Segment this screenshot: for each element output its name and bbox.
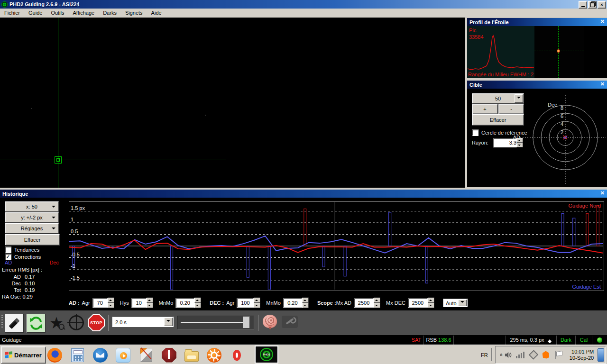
start-guiding-button[interactable] — [67, 314, 85, 332]
window-titlebar[interactable]: PHD2 Guiding 2.6.9 - ASI224 × — [0, 0, 607, 9]
menu-item-fichier[interactable]: Fichier — [0, 9, 24, 18]
guide-star-image — [557, 49, 560, 53]
menu-item-guide[interactable]: Guide — [24, 9, 46, 18]
close-icon[interactable]: ✕ — [600, 18, 605, 25]
settings-icon[interactable] — [207, 348, 221, 363]
antivirus-icon[interactable] — [162, 348, 176, 363]
ra-osc-readout: RA Osc: 0.29 — [2, 294, 33, 300]
agr-label: Agr — [82, 300, 90, 306]
chevron-down-icon[interactable] — [458, 300, 467, 306]
star-profile-title: Profil de l'Étoile — [469, 19, 509, 25]
stop-sign-icon: STOP — [88, 314, 105, 331]
svg-text:8: 8 — [561, 105, 563, 111]
ra-minmove-stepper[interactable]: 0.20 — [175, 298, 200, 308]
window-title: PHD2 Guiding 2.6.9 - ASI224 — [9, 1, 80, 7]
quick-launch-bar — [47, 346, 244, 364]
media-player-icon[interactable] — [116, 348, 130, 363]
x-scale-select[interactable]: x: 50 — [5, 201, 59, 212]
target-bullseye-plot: 2468DecAD — [467, 89, 607, 187]
start-button[interactable]: Démarrer — [1, 346, 46, 364]
connect-equipment-button[interactable] — [5, 314, 24, 333]
camera-connect-icon — [9, 318, 19, 328]
ad-group-label: AD : — [69, 300, 80, 306]
antivirus-tray-icon[interactable] — [543, 351, 550, 359]
svg-text:2: 2 — [561, 129, 563, 135]
taskbar-item-phd2[interactable]: PHD2 — [255, 346, 278, 364]
guiding-graph-canvas — [69, 202, 603, 290]
close-icon[interactable]: ✕ — [600, 81, 605, 87]
dark-indicator: Dark — [556, 336, 575, 345]
ra-aggression-stepper[interactable]: 70 — [92, 298, 113, 308]
menu-item-darks[interactable]: Darks — [99, 9, 121, 18]
star-profile-panel: Profil de l'Étoile ✕ Pic33584 Rangée du … — [467, 18, 607, 78]
phd2-app-icon — [1, 1, 8, 8]
gamma-slider[interactable] — [177, 316, 254, 329]
scope-group-label: Scope : — [317, 300, 336, 306]
auto-select-star-button[interactable]: ★ — [47, 314, 65, 332]
thunderbird-icon[interactable] — [93, 348, 108, 363]
ra-hysteresis-stepper[interactable]: 10 — [131, 298, 152, 308]
dec-minmove-stepper[interactable]: 0.20 — [283, 298, 308, 308]
settings-select[interactable]: Réglages — [5, 223, 59, 234]
slider-thumb[interactable] — [243, 317, 250, 328]
history-clear-button[interactable]: Effacer — [5, 234, 60, 246]
pulse-readout: 295 ms, 0.3 px — [506, 336, 556, 345]
minimize-button[interactable] — [579, 1, 587, 9]
imaging-icon[interactable] — [140, 348, 152, 362]
faint-star — [205, 115, 206, 116]
east-guiding-label: Guidage Est — [572, 284, 601, 290]
camera-view[interactable] — [0, 18, 465, 188]
svg-text:AD: AD — [513, 135, 520, 140]
mnmo-label: MnMo — [159, 300, 174, 306]
cal-indicator: Cal — [575, 336, 592, 345]
toolbar-grip[interactable] — [1, 315, 3, 329]
file-manager-icon[interactable] — [184, 351, 199, 362]
chevron-down-icon[interactable] — [164, 318, 173, 326]
status-bar: Guidage SAT RSB 138.6 295 ms, 0.3 px Dar… — [0, 336, 607, 345]
restore-button[interactable] — [588, 1, 597, 9]
menu-item-signets[interactable]: Signets — [121, 9, 147, 18]
menu-item-affichage[interactable]: Affichage — [69, 9, 99, 18]
corrections-checkbox[interactable]: ✓ — [5, 254, 11, 260]
tray-clock[interactable]: 10:01 PM 10-Sep-20 — [567, 349, 594, 361]
flag-tray-icon[interactable] — [554, 351, 561, 359]
system-tray: » 10:01 PM 10-Sep-20 — [495, 346, 606, 364]
target-panel-title: Cible — [469, 82, 482, 88]
dec-mode-select[interactable]: Auto — [443, 299, 468, 307]
trend-checkbox[interactable] — [5, 246, 11, 253]
star-select-icon: ★ — [49, 315, 64, 331]
close-button[interactable]: × — [598, 1, 606, 9]
volume-icon[interactable] — [505, 351, 512, 359]
ra-legend: AD — [5, 260, 12, 265]
network-signal-icon[interactable] — [516, 351, 524, 358]
opera-icon[interactable] — [233, 350, 241, 361]
close-icon[interactable]: ✕ — [600, 190, 605, 196]
dec-aggression-stepper[interactable]: 100 — [237, 298, 259, 308]
show-desktop-button[interactable] — [598, 348, 604, 362]
svg-text:4: 4 — [561, 121, 563, 127]
target-panel-titlebar[interactable]: Cible ✕ — [467, 81, 607, 89]
calculator-icon[interactable] — [71, 348, 84, 362]
svg-text:Dec: Dec — [548, 102, 557, 108]
stop-button[interactable]: STOP — [87, 314, 105, 332]
max-ra-stepper[interactable]: 2500 — [354, 298, 379, 308]
menu-item-outils[interactable]: Outils — [46, 9, 68, 18]
north-guiding-label: Guidage Nord — [569, 203, 601, 209]
sync-tray-icon[interactable] — [528, 350, 538, 360]
history-titlebar[interactable]: Historique ✕ — [0, 190, 607, 198]
exposure-select[interactable]: 2.0 s — [112, 317, 174, 327]
y-axis-label: -1 — [71, 263, 75, 269]
chevron-up-icon[interactable]: » — [498, 354, 504, 356]
max-dec-stepper[interactable]: 2500 — [408, 298, 433, 308]
advanced-settings-brain-icon[interactable] — [263, 315, 277, 328]
firefox-icon[interactable] — [47, 348, 62, 363]
star-profile-titlebar[interactable]: Profil de l'Étoile ✕ — [467, 18, 607, 26]
fwhm-readout: Rangée du Milieu FWHM : 2.5 — [468, 72, 534, 77]
phd2-logo-icon: PHD2 — [260, 348, 273, 361]
hys-label: Hys — [120, 300, 129, 306]
y-scale-select[interactable]: y: +/-2 px — [5, 212, 59, 223]
loop-exposures-button[interactable] — [27, 314, 46, 333]
camera-properties-button[interactable] — [282, 316, 298, 328]
rms-row: AD0.17 — [9, 273, 35, 280]
menu-item-aide[interactable]: Aide — [147, 9, 166, 18]
